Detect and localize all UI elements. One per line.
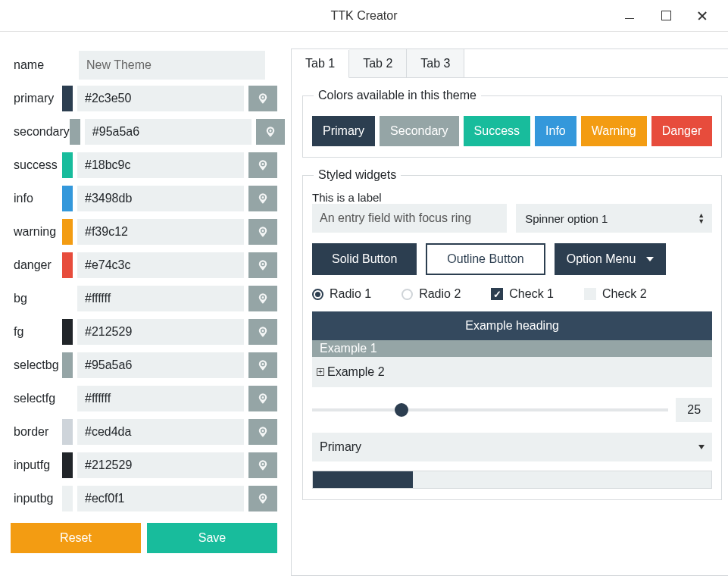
eyedropper-button[interactable] xyxy=(248,452,277,478)
eyedropper-button[interactable] xyxy=(248,286,277,311)
color-button-warning[interactable]: Warning xyxy=(581,116,647,146)
color-label: warning xyxy=(11,225,62,239)
eyedropper-icon xyxy=(256,425,270,439)
eyedropper-button[interactable] xyxy=(248,219,277,245)
color-swatch[interactable] xyxy=(62,252,73,278)
example-label: This is a label xyxy=(312,191,712,204)
tab-2[interactable]: Tab 2 xyxy=(349,49,407,77)
color-swatch[interactable] xyxy=(70,119,80,145)
eyedropper-button[interactable] xyxy=(248,486,277,511)
color-swatch[interactable] xyxy=(62,219,73,245)
color-input-primary[interactable] xyxy=(77,86,244,111)
radio-indicator-icon xyxy=(312,289,323,300)
slider[interactable] xyxy=(312,408,668,411)
progressbar-fill xyxy=(313,471,413,488)
slider-thumb[interactable] xyxy=(395,403,408,417)
color-swatch[interactable] xyxy=(62,352,73,378)
color-button-secondary[interactable]: Secondary xyxy=(380,116,459,146)
color-input-warning[interactable] xyxy=(77,219,244,245)
color-input-danger[interactable] xyxy=(77,252,244,278)
spinner-field[interactable]: Spinner option 1 ▲▼ xyxy=(516,204,712,233)
color-swatch[interactable] xyxy=(62,319,73,345)
eyedropper-button[interactable] xyxy=(248,86,277,111)
close-icon[interactable] xyxy=(695,8,710,23)
color-row-selectfg: selectfg xyxy=(11,382,277,415)
color-row-border: border xyxy=(11,415,277,449)
eyedropper-icon xyxy=(256,392,270,405)
color-input-success[interactable] xyxy=(77,152,244,178)
name-input[interactable] xyxy=(79,51,265,80)
color-input-inputbg[interactable] xyxy=(77,486,244,511)
check-1-label: Check 1 xyxy=(509,287,554,301)
eyedropper-icon xyxy=(256,358,270,372)
option-menu-button[interactable]: Option Menu xyxy=(555,243,667,275)
color-row-primary: primary xyxy=(11,82,277,115)
reset-button[interactable]: Reset xyxy=(11,523,141,553)
check-indicator-icon xyxy=(584,288,596,300)
radio-2[interactable]: Radio 2 xyxy=(401,287,461,301)
titlebar: TTK Creator xyxy=(0,0,728,32)
eyedropper-button[interactable] xyxy=(248,152,277,178)
treeview-row-1[interactable]: Example 1 xyxy=(312,340,712,357)
radio-1[interactable]: Radio 1 xyxy=(312,287,371,301)
treeview-heading[interactable]: Example heading xyxy=(312,311,712,340)
minimize-icon[interactable] xyxy=(622,8,637,23)
eyedropper-button[interactable] xyxy=(248,319,277,345)
save-button[interactable]: Save xyxy=(147,523,277,553)
eyedropper-button[interactable] xyxy=(248,252,277,278)
color-button-success[interactable]: Success xyxy=(464,116,530,146)
color-row-inputbg: inputbg xyxy=(11,482,277,515)
color-input-fg[interactable] xyxy=(77,319,244,345)
entry-field[interactable] xyxy=(312,204,507,233)
color-input-inputfg[interactable] xyxy=(77,452,244,478)
eyedropper-button[interactable] xyxy=(248,352,277,378)
color-input-border[interactable] xyxy=(77,419,244,445)
color-input-secondary[interactable] xyxy=(85,119,252,145)
color-swatch[interactable] xyxy=(62,286,73,311)
tab-1[interactable]: Tab 1 xyxy=(292,50,349,78)
color-label: info xyxy=(11,192,62,205)
solid-button[interactable]: Solid Button xyxy=(312,243,417,275)
tab-3[interactable]: Tab 3 xyxy=(407,49,464,77)
style-select-value: Primary xyxy=(320,440,361,454)
treeview-row-2[interactable]: + Example 2 xyxy=(312,357,712,387)
color-button-primary[interactable]: Primary xyxy=(312,116,375,146)
treeview: Example heading Example 1 + Example 2 xyxy=(312,311,712,387)
eyedropper-button[interactable] xyxy=(248,186,277,211)
color-swatch[interactable] xyxy=(62,152,73,178)
color-swatch[interactable] xyxy=(62,452,73,478)
preview-panel: Tab 1Tab 2Tab 3 Colors available in this… xyxy=(291,48,728,576)
check-2-label: Check 2 xyxy=(602,287,647,301)
slider-value: 25 xyxy=(676,398,712,422)
eyedropper-button[interactable] xyxy=(248,386,277,411)
name-label: name xyxy=(11,58,79,72)
expand-icon[interactable]: + xyxy=(317,368,324,376)
color-input-bg[interactable] xyxy=(77,286,244,311)
eyedropper-icon xyxy=(256,92,270,105)
eyedropper-icon xyxy=(256,192,270,205)
style-select[interactable]: Primary xyxy=(312,433,712,461)
color-swatch[interactable] xyxy=(62,86,73,111)
check-1[interactable]: ✓Check 1 xyxy=(491,287,554,301)
eyedropper-button[interactable] xyxy=(248,419,277,445)
color-swatch[interactable] xyxy=(62,186,73,211)
color-input-info[interactable] xyxy=(77,186,244,211)
color-input-selectfg[interactable] xyxy=(77,386,244,411)
color-input-selectbg[interactable] xyxy=(77,352,244,378)
color-swatch[interactable] xyxy=(62,486,73,511)
color-label: primary xyxy=(11,92,62,105)
color-row-selectbg: selectbg xyxy=(11,349,277,382)
maximize-icon[interactable] xyxy=(658,8,673,23)
eyedropper-icon xyxy=(256,225,270,239)
chevron-down-icon xyxy=(698,445,705,449)
check-2[interactable]: Check 2 xyxy=(584,287,647,301)
color-swatch[interactable] xyxy=(62,419,73,445)
outline-button[interactable]: Outline Button xyxy=(426,243,545,275)
eyedropper-button[interactable] xyxy=(256,119,285,145)
spinner-value: Spinner option 1 xyxy=(525,212,608,225)
color-button-danger[interactable]: Danger xyxy=(651,116,712,146)
color-row-warning: warning xyxy=(11,215,277,249)
color-row-secondary: secondary xyxy=(11,115,277,149)
color-button-info[interactable]: Info xyxy=(535,116,576,146)
color-swatch[interactable] xyxy=(62,386,73,411)
